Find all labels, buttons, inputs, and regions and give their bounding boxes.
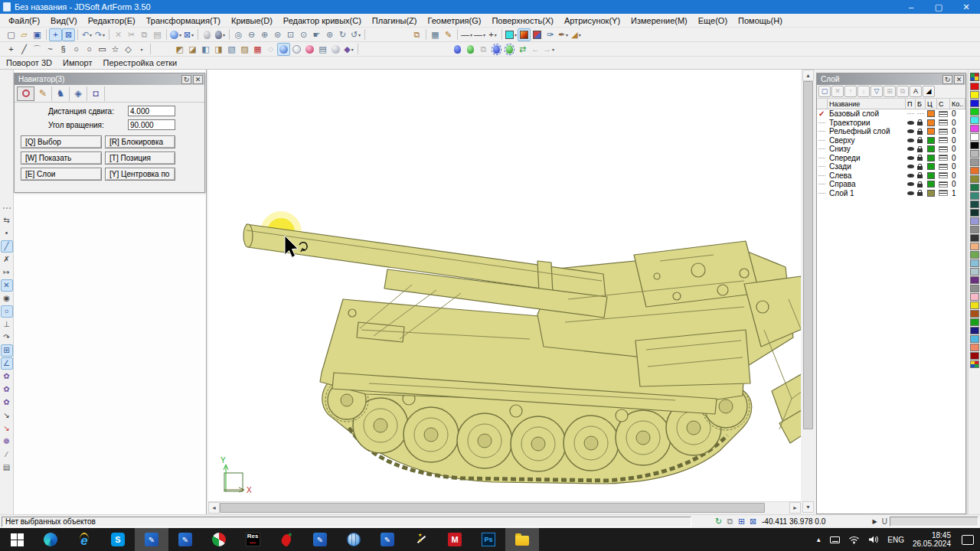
tb2-rect-button[interactable]: ▭ [96, 43, 109, 56]
tb1-zoom-dynamic-button[interactable]: ⊛ [323, 28, 336, 41]
layer-style-cell[interactable] [937, 129, 950, 135]
snapbar-snap-intersect-button[interactable]: ✕ [1, 279, 13, 292]
palette-swatch-26[interactable] [970, 302, 979, 309]
delete-layer-button[interactable]: ✕ [831, 86, 844, 97]
menu-item-5[interactable]: Редактор кривых(C) [278, 15, 367, 26]
hscroll-thumb[interactable] [220, 503, 765, 513]
layer-lock-cell[interactable] [916, 181, 926, 187]
tb2-ellipse-button[interactable]: ○ [83, 43, 96, 56]
layer-lock-cell[interactable] [916, 190, 926, 196]
layer-row[interactable]: Траектории0 [817, 119, 965, 128]
menu-item-10[interactable]: Измерение(M) [626, 15, 693, 26]
fill-corner-button[interactable]: ◢ [923, 86, 935, 97]
tb2-sphere-wire-button[interactable]: ◌ [264, 43, 277, 56]
layer-row[interactable]: Сзади0 [817, 162, 965, 171]
layer-color-cell[interactable] [926, 172, 937, 179]
tb1-undo-button[interactable]: ↶▾ [80, 28, 93, 41]
tb2-prism-button[interactable]: ◆▾ [342, 43, 355, 56]
scroll-left-icon[interactable]: ◄ [208, 502, 220, 514]
snapbar-relief-2-button[interactable]: ✿ [1, 383, 13, 396]
maximize-button[interactable]: ▢ [925, 0, 952, 14]
layer-style-cell[interactable] [937, 172, 950, 178]
tb1-snap-box-button[interactable]: ⊠ [62, 28, 75, 41]
layer-color-cell[interactable] [926, 137, 937, 144]
grid-x-icon[interactable]: ⊠ [747, 516, 759, 527]
palette-swatch-5[interactable] [970, 125, 979, 132]
snapbar-point-dot-button[interactable]: • [1, 227, 13, 240]
move-down-button[interactable]: ↓ [858, 86, 870, 97]
taskbar-pepper[interactable] [270, 528, 303, 551]
tb2-star-button[interactable]: ☆ [109, 43, 122, 56]
palette-swatch-16[interactable] [970, 217, 979, 225]
vscroll-thumb[interactable] [803, 81, 813, 429]
palette-icon[interactable] [970, 73, 979, 81]
palette-swatch-18[interactable] [970, 234, 979, 242]
palette-swatch-12[interactable] [970, 184, 979, 191]
palette-swatch-8[interactable] [970, 150, 979, 158]
column-header-4[interactable]: С [937, 99, 950, 109]
layer-style-cell[interactable] [937, 137, 950, 143]
taskbar-artform-2[interactable]: ✎ [168, 528, 202, 551]
tb2-cube-4-button[interactable]: ◨ [212, 43, 225, 56]
pin-icon[interactable]: ↻ [181, 75, 191, 84]
layer-row[interactable]: Сверху0 [817, 136, 965, 145]
tb2-sphere-red-button[interactable] [303, 43, 316, 56]
column-header-3[interactable]: Ц [926, 99, 937, 109]
layer-lock-cell[interactable] [916, 172, 926, 178]
palette-swatch-3[interactable] [970, 108, 979, 116]
palette-swatch-7[interactable] [970, 142, 979, 149]
tb2-circle-button[interactable]: ○ [70, 43, 83, 56]
menu-item-8[interactable]: Поверхность(X) [486, 15, 558, 26]
taskbar-edge[interactable] [34, 528, 67, 551]
taskbar-master-pdf[interactable]: M [438, 528, 472, 551]
menu-item-11[interactable]: Еще(O) [693, 15, 733, 26]
layer-color-cell[interactable] [926, 181, 937, 187]
quick-item-0[interactable]: Поворот 3D [6, 58, 52, 67]
tb2-polyline-button[interactable]: § [57, 43, 70, 56]
notification-center-icon[interactable] [962, 535, 974, 545]
snapbar-snap-move-button[interactable]: ⇆ [1, 214, 13, 227]
close-icon[interactable]: ✕ [954, 75, 964, 84]
tb1-snap-cross-button[interactable]: + [49, 28, 62, 41]
palette-swatch-22[interactable] [970, 268, 979, 276]
tb1-gradient-button[interactable] [518, 28, 531, 41]
layer-color-cell[interactable] [926, 119, 937, 126]
taskbar-artform-3[interactable]: ✎ [303, 528, 337, 551]
tb1-paste-button[interactable]: ▤ [151, 28, 164, 41]
column-header-5[interactable]: Ко.. [950, 99, 965, 109]
navigator-titlebar[interactable]: Навигатор(3) ↻ ✕ [15, 73, 204, 85]
menu-item-12[interactable]: Помощь(H) [733, 15, 788, 26]
layer-lock-cell[interactable] [916, 146, 926, 152]
menu-item-1[interactable]: Вид(V) [45, 15, 83, 26]
layer-style-cell[interactable] [937, 190, 950, 196]
layer-lock-cell[interactable] [916, 137, 926, 143]
column-header-0[interactable]: Название [828, 99, 906, 109]
palette-swatch-32[interactable] [970, 352, 979, 360]
navigator-button-5[interactable]: [Y] Центровка по [105, 168, 175, 181]
navigator-tab-stamp[interactable]: ◘ [87, 86, 105, 101]
copy-layer-button[interactable]: ⧉ [897, 86, 909, 97]
snapbar-notes-button[interactable]: ▤ [1, 461, 13, 474]
navigator-button-3[interactable]: [T] Позиция [105, 152, 175, 165]
column-header-1[interactable]: П [906, 99, 916, 109]
tb1-line-style2-button[interactable]: ―▾ [473, 28, 486, 41]
palette-swatch-20[interactable] [970, 251, 979, 259]
column-header-2[interactable]: Б [916, 99, 926, 109]
tb2-lamp-marquee2-button[interactable] [503, 43, 516, 56]
tb1-zoom-window-button[interactable]: ⊡ [284, 28, 297, 41]
move-up-button[interactable]: ↑ [844, 86, 857, 97]
tb1-swatch-cyan-button[interactable]: ▾ [505, 28, 518, 41]
palette-swatch-25[interactable] [970, 293, 979, 301]
clock[interactable]: 18:45 26.05.2024 [913, 531, 951, 548]
tb1-zoom-sel-button[interactable]: ⊚ [271, 28, 284, 41]
navigator-button-0[interactable]: [Q] Выбор [21, 135, 102, 148]
layer-visibility-cell[interactable] [906, 121, 916, 125]
tb2-more-button[interactable]: ▾ [135, 43, 148, 56]
tb1-zoom-prev-button[interactable]: ⊙ [297, 28, 310, 41]
refresh-icon[interactable]: ↻ [713, 516, 724, 527]
layer-visibility-cell[interactable] [906, 191, 916, 195]
navigator-tab-ring[interactable] [17, 86, 34, 101]
layer-lock-cell[interactable] [916, 164, 926, 170]
quick-item-2[interactable]: Перестройка сетки [103, 58, 177, 67]
palette-swatch-23[interactable] [970, 276, 979, 284]
